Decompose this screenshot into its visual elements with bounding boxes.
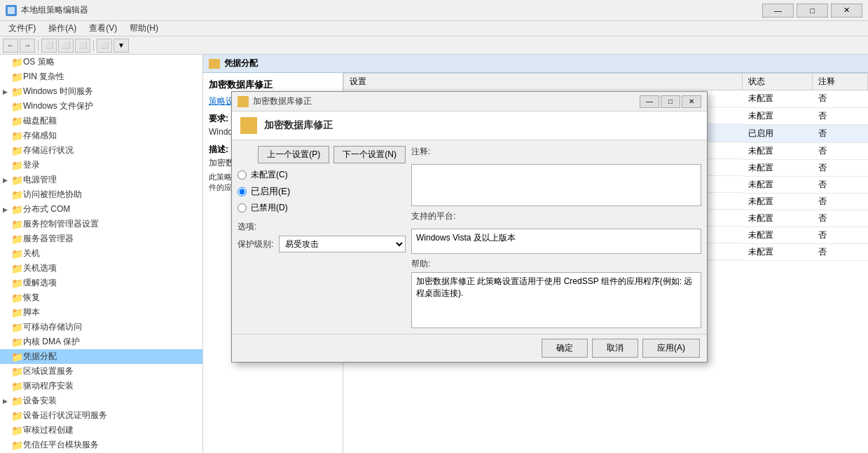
sidebar-label-locale: 区域设置服务 bbox=[23, 365, 74, 377]
dialog-right: 注释: 支持的平台: Windows Vista 及以上版本 帮助: 加密数据库… bbox=[411, 146, 701, 328]
sidebar-item-credentials[interactable]: 📁 凭据分配 bbox=[0, 349, 202, 364]
sidebar-item-scm[interactable]: 📁 服务控制管理器设置 bbox=[0, 217, 202, 231]
next-button[interactable]: 下一个设置(N) bbox=[333, 146, 406, 163]
dialog-title-icon bbox=[237, 96, 249, 107]
folder-icon-tpm: 📁 bbox=[11, 440, 23, 451]
toolbar-btn-2[interactable]: ⬜ bbox=[58, 39, 74, 53]
sidebar-item-storage[interactable]: 📁 存储感知 bbox=[0, 128, 202, 143]
policy-status-cell: 未配置 bbox=[743, 243, 813, 260]
sidebar-label-audit: 审核过程创建 bbox=[23, 424, 74, 436]
sidebar-item-mitigate[interactable]: 📁 缓解选项 bbox=[0, 276, 202, 290]
sidebar-item-access[interactable]: 📁 访问被拒绝协助 bbox=[0, 187, 202, 202]
menu-file[interactable]: 文件(F) bbox=[3, 21, 41, 36]
folder-icon-dh: 📁 bbox=[11, 410, 23, 421]
sidebar-item-kernel[interactable]: 📁 内核 DMA 保护 bbox=[0, 334, 202, 349]
policy-status-cell: 未配置 bbox=[743, 90, 813, 108]
sidebar-label-script: 脚本 bbox=[23, 306, 40, 318]
radio-enabled[interactable]: 已启用(E) bbox=[237, 185, 406, 198]
sidebar-item-disk[interactable]: 📁 磁盘配额 bbox=[0, 114, 202, 128]
folder-icon-mitigate: 📁 bbox=[11, 278, 23, 289]
panel-folder-icon bbox=[209, 59, 220, 69]
sidebar-label-storage: 存储感知 bbox=[23, 130, 57, 142]
radio-enabled-input[interactable] bbox=[237, 187, 247, 196]
sidebar-item-tpm[interactable]: 📁 凭信任平台模块服务 bbox=[0, 438, 202, 452]
folder-icon-storage2: 📁 bbox=[11, 145, 23, 156]
folder-icon-cred: 📁 bbox=[11, 351, 23, 363]
radio-disabled[interactable]: 已禁用(D) bbox=[237, 202, 406, 214]
sidebar-item-audit[interactable]: 📁 审核过程创建 bbox=[0, 423, 202, 438]
sidebar-item-recover[interactable]: 📁 恢复 bbox=[0, 290, 202, 305]
dialog-minimize[interactable]: — bbox=[640, 95, 659, 108]
sidebar-item-driver[interactable]: 📁 驱动程序安装 bbox=[0, 379, 202, 393]
sidebar-label-kernel: 内核 DMA 保护 bbox=[23, 336, 80, 348]
back-button[interactable]: ← bbox=[3, 39, 18, 53]
sidebar-item-shutdown[interactable]: 📁 关机 bbox=[0, 246, 202, 261]
dialog-title-text: 加密数据库修正 bbox=[253, 95, 312, 107]
sidebar-label-disk: 磁盘配额 bbox=[23, 115, 57, 127]
menu-action[interactable]: 操作(A) bbox=[43, 21, 82, 36]
sidebar-item-pin[interactable]: 📁 PIN 复杂性 bbox=[0, 69, 202, 84]
folder-icon-storage: 📁 bbox=[11, 130, 23, 142]
folder-icon-power: 📁 bbox=[11, 175, 23, 186]
radio-unset-input[interactable] bbox=[237, 170, 247, 180]
folder-icon-pin: 📁 bbox=[11, 72, 23, 83]
sidebar-item-script[interactable]: 📁 脚本 bbox=[0, 305, 202, 320]
platform-box: Windows Vista 及以上版本 bbox=[411, 229, 701, 254]
sidebar-item-removable[interactable]: 📁 可移动存储访问 bbox=[0, 320, 202, 334]
options-label: 选项: bbox=[237, 221, 406, 233]
toolbar-btn-3[interactable]: ⬜ bbox=[75, 39, 90, 53]
sidebar-item-os[interactable]: 📁 OS 策略 bbox=[0, 55, 202, 69]
sidebar-item-login[interactable]: 📁 登录 bbox=[0, 158, 202, 173]
folder-icon-driver: 📁 bbox=[11, 381, 23, 392]
sidebar-item-shutdown2[interactable]: 📁 关机选项 bbox=[0, 261, 202, 276]
toolbar-btn-4[interactable]: ⬜ bbox=[97, 39, 112, 53]
radio-disabled-input[interactable] bbox=[237, 203, 247, 212]
title-bar: 本地组策略编辑器 — □ ✕ bbox=[0, 0, 868, 21]
comment-box[interactable] bbox=[411, 164, 701, 206]
sidebar-label-recover: 恢复 bbox=[23, 292, 40, 304]
dialog-body: 上一个设置(P) 下一个设置(N) 未配置(C) 已启用(E) bbox=[232, 140, 707, 334]
apply-button[interactable]: 应用(A) bbox=[642, 339, 700, 358]
sidebar-label-shutdown: 关机 bbox=[23, 248, 40, 259]
filter-button[interactable]: ▼ bbox=[113, 39, 129, 53]
sidebar-item-locale[interactable]: 📁 区域设置服务 bbox=[0, 364, 202, 379]
policy-comment-cell: 否 bbox=[813, 159, 868, 176]
sidebar-item-power[interactable]: ▶ 📁 电源管理 bbox=[0, 173, 202, 187]
sidebar-label-power: 电源管理 bbox=[23, 174, 57, 186]
folder-icon-os: 📁 bbox=[11, 57, 23, 68]
menu-help[interactable]: 帮助(H) bbox=[124, 21, 164, 36]
dialog-header-icon bbox=[240, 117, 257, 134]
menu-view[interactable]: 查看(V) bbox=[83, 21, 123, 36]
maximize-button[interactable]: □ bbox=[797, 4, 828, 18]
col-comment: 注释 bbox=[813, 74, 868, 90]
dialog-maximize[interactable]: □ bbox=[661, 95, 680, 108]
sidebar-label-cred: 凭据分配 bbox=[23, 351, 57, 363]
sidebar-item-servermgr[interactable]: 📁 服务器管理器 bbox=[0, 231, 202, 246]
sidebar-item-dcom[interactable]: ▶ 📁 分布式 COM bbox=[0, 202, 202, 217]
sidebar-label-mitigate: 缓解选项 bbox=[23, 277, 57, 289]
sidebar-label-fp: Windows 文件保护 bbox=[23, 100, 93, 112]
protection-label: 保护级别: bbox=[237, 238, 273, 250]
sidebar-item-fileprotect[interactable]: 📁 Windows 文件保护 bbox=[0, 99, 202, 114]
radio-unset[interactable]: 未配置(C) bbox=[237, 169, 406, 181]
policy-status-cell: 已启用 bbox=[743, 124, 813, 142]
platform-value: Windows Vista 及以上版本 bbox=[416, 233, 516, 243]
sidebar-label-shutdown2: 关机选项 bbox=[23, 262, 57, 274]
sidebar-item-device[interactable]: ▶ 📁 设备安装 bbox=[0, 393, 202, 408]
sidebar-item-storage2[interactable]: 📁 存储运行状况 bbox=[0, 143, 202, 158]
close-button[interactable]: ✕ bbox=[831, 4, 862, 18]
sidebar-item-devicehealth[interactable]: 📁 设备运行状况证明服务 bbox=[0, 408, 202, 423]
toolbar-btn-1[interactable]: ⬜ bbox=[41, 39, 57, 53]
forward-button[interactable]: → bbox=[20, 39, 35, 53]
sidebar-item-timeservice[interactable]: ▶ 📁 Windows 时间服务 bbox=[0, 84, 202, 99]
minimize-button[interactable]: — bbox=[762, 4, 794, 18]
policy-status-cell: 未配置 bbox=[743, 159, 813, 176]
sidebar-label-storage2: 存储运行状况 bbox=[23, 144, 74, 156]
ok-button[interactable]: 确定 bbox=[542, 339, 588, 358]
protection-select[interactable]: 易受攻击 缓解 强制更新的客户端 已拒绝 bbox=[279, 236, 406, 252]
dialog-close[interactable]: ✕ bbox=[682, 95, 701, 108]
cancel-button[interactable]: 取消 bbox=[592, 339, 638, 358]
folder-icon-script: 📁 bbox=[11, 307, 23, 318]
prev-button[interactable]: 上一个设置(P) bbox=[258, 146, 329, 163]
folder-icon-disk: 📁 bbox=[11, 116, 23, 127]
